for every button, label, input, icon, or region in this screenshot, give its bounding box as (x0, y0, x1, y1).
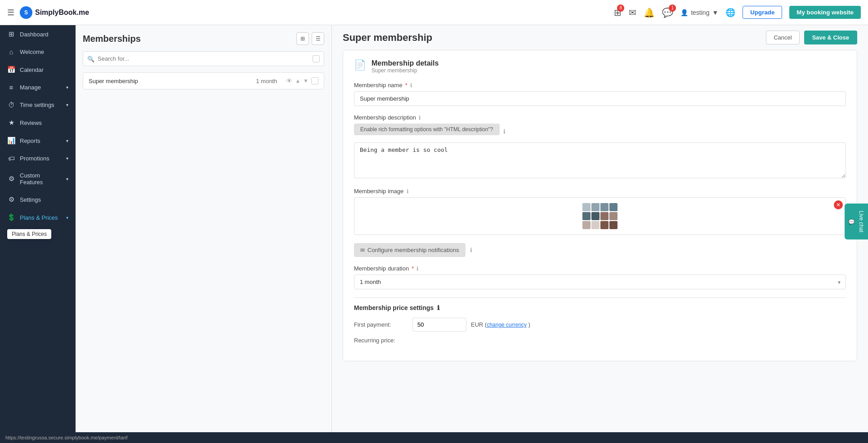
sidebar-item-time-settings[interactable]: ⏱ Time settings ▾ (0, 96, 76, 114)
reports-icon: 📊 (7, 137, 15, 145)
list-view-button[interactable]: ☰ (312, 32, 324, 45)
html-desc-row: Enable rich formatting options with "HTM… (354, 124, 846, 139)
grid-view-button[interactable]: ⊞ (296, 32, 309, 45)
chat-icon-button[interactable]: 💬 1 (662, 7, 673, 18)
welcome-icon: ⌂ (7, 48, 15, 56)
chat-badge: 1 (669, 4, 676, 12)
custom-features-arrow: ▾ (66, 177, 68, 182)
reports-arrow: ▾ (66, 138, 68, 143)
search-checkbox[interactable] (313, 55, 320, 62)
card-title-block: Membership details Super membership (371, 59, 438, 74)
sidebar-item-reviews[interactable]: ★ Reviews (0, 114, 76, 132)
apps-icon-button[interactable]: ⊞ 8 (614, 7, 622, 18)
sidebar-item-settings[interactable]: ⚙ Settings (0, 190, 76, 208)
sidebar-item-custom-features[interactable]: ⚙ Custom Features ▾ (0, 167, 76, 190)
plans-prices-arrow: ▾ (66, 215, 68, 220)
recurring-price-label: Recurring price: (354, 337, 408, 344)
reviews-icon: ★ (7, 119, 15, 127)
bell-icon-button[interactable]: 🔔 (644, 7, 655, 18)
description-textarea[interactable] (354, 142, 846, 178)
bell-icon: 🔔 (644, 8, 655, 18)
duration-info-icon[interactable]: ℹ (416, 266, 419, 272)
chevron-up-icon[interactable]: ▲ (295, 78, 300, 84)
html-desc-button[interactable]: Enable rich formatting options with "HTM… (354, 124, 500, 135)
user-name: testing (691, 9, 709, 16)
user-menu[interactable]: 👤 testing ▼ (680, 9, 718, 16)
sidebar-label-reviews: Reviews (20, 120, 68, 126)
sidebar-item-plans-prices[interactable]: 💲 Plans & Prices ▾ Plans & Prices (0, 208, 76, 226)
duration-label-text: Membership duration (354, 265, 409, 272)
membership-row-actions: 👁 ▲ ▼ (286, 77, 318, 84)
detail-header: Super membership Cancel Save & Close (332, 25, 868, 50)
status-url: https://testingrussa.secure.simplybook.m… (5, 435, 127, 440)
image-remove-button[interactable]: ✕ (834, 200, 843, 209)
time-settings-arrow: ▾ (66, 102, 68, 107)
duration-required: * (412, 265, 414, 272)
calendar-icon: 📅 (7, 66, 15, 74)
document-icon: 📄 (354, 59, 366, 71)
status-bar: https://testingrussa.secure.simplybook.m… (0, 432, 868, 443)
change-currency-link[interactable]: change currency (487, 322, 527, 328)
recurring-price-row: Recurring price: (354, 337, 846, 344)
image-info-icon[interactable]: ℹ (407, 188, 409, 195)
sidebar-label-calendar: Calendar (20, 66, 68, 73)
main-content: Memberships ⊞ ☰ 🔍 Super membership 1 mon… (76, 25, 868, 432)
panel-title: Memberships (83, 34, 141, 44)
form-group-image: Membership image ℹ ✕ (354, 188, 846, 235)
settings-icon: ⚙ (7, 195, 15, 204)
cancel-button[interactable]: Cancel (766, 31, 799, 44)
globe-icon[interactable]: 🌐 (725, 8, 735, 18)
form-group-description: Membership description ℹ Enable rich for… (354, 114, 846, 180)
mail-icon-small: ✉ (360, 247, 365, 253)
row-checkbox[interactable] (311, 77, 318, 84)
configure-notifications-button[interactable]: ✉ Configure membership notifications (354, 243, 465, 257)
price-settings-title: Membership price settings ℹ (354, 304, 846, 311)
notification-info-icon[interactable]: ℹ (470, 247, 472, 253)
sidebar-label-custom-features: Custom Features (20, 172, 62, 186)
name-label: Membership name * ℹ (354, 82, 846, 89)
price-settings-info-icon[interactable]: ℹ (437, 304, 439, 311)
duration-select-wrap: 1 month 3 months 6 months 1 year (354, 275, 846, 289)
apps-badge: 8 (617, 4, 624, 12)
plans-prices-icon: 💲 (7, 213, 15, 222)
desc-label: Membership description ℹ (354, 114, 846, 121)
sidebar-item-dashboard[interactable]: ⊞ Dashboard (0, 25, 76, 43)
manage-icon: ≡ (7, 84, 15, 91)
card-main-title: Membership details (371, 59, 438, 67)
first-payment-row: First payment: EUR (change currency ) (354, 318, 846, 332)
sidebar-item-reports[interactable]: 📊 Reports ▾ (0, 132, 76, 150)
membership-list-item[interactable]: Super membership 1 month 👁 ▲ ▼ (83, 72, 324, 89)
live-chat-button[interactable]: 💬 Live chat (845, 204, 868, 239)
sidebar-item-promotions[interactable]: 🏷 Promotions ▾ (0, 150, 76, 167)
sidebar-item-manage[interactable]: ≡ Manage ▾ (0, 79, 76, 96)
first-payment-input[interactable] (412, 318, 466, 332)
form-group-price-settings: Membership price settings ℹ First paymen… (354, 304, 846, 344)
search-icon: 🔍 (87, 55, 94, 62)
sidebar-item-calendar[interactable]: 📅 Calendar (0, 61, 76, 79)
time-settings-icon: ⏱ (7, 101, 15, 109)
currency-label: EUR (change currency ) (471, 321, 530, 328)
html-desc-info-icon[interactable]: ℹ (503, 128, 506, 135)
image-label-text: Membership image (354, 188, 404, 195)
image-upload-area[interactable]: ✕ (354, 197, 846, 235)
sidebar-item-welcome[interactable]: ⌂ Welcome (0, 43, 76, 61)
duration-select[interactable]: 1 month 3 months 6 months 1 year (354, 275, 846, 289)
sidebar-label-promotions: Promotions (20, 155, 62, 162)
mail-icon-button[interactable]: ✉ (629, 7, 636, 18)
desc-info-icon[interactable]: ℹ (419, 115, 421, 121)
membership-name-input[interactable] (354, 91, 846, 106)
upgrade-button[interactable]: Upgrade (743, 6, 782, 19)
notification-row: ✉ Configure membership notifications ℹ (354, 243, 846, 257)
plans-prices-tooltip: Plans & Prices (7, 229, 51, 239)
form-group-duration: Membership duration * ℹ 1 month 3 months… (354, 265, 846, 289)
search-input[interactable] (83, 51, 324, 66)
visibility-icon[interactable]: 👁 (286, 77, 292, 84)
my-booking-button[interactable]: My booking website (789, 6, 861, 19)
panel-header: Memberships ⊞ ☰ (83, 32, 324, 45)
name-info-icon[interactable]: ℹ (410, 82, 412, 89)
sidebar-label-welcome: Welcome (20, 49, 68, 55)
chevron-down-icon[interactable]: ▼ (303, 78, 309, 84)
panel-header-actions: ⊞ ☰ (296, 32, 324, 45)
hamburger-menu[interactable]: ☰ (7, 8, 14, 18)
save-close-button[interactable]: Save & Close (804, 31, 857, 44)
